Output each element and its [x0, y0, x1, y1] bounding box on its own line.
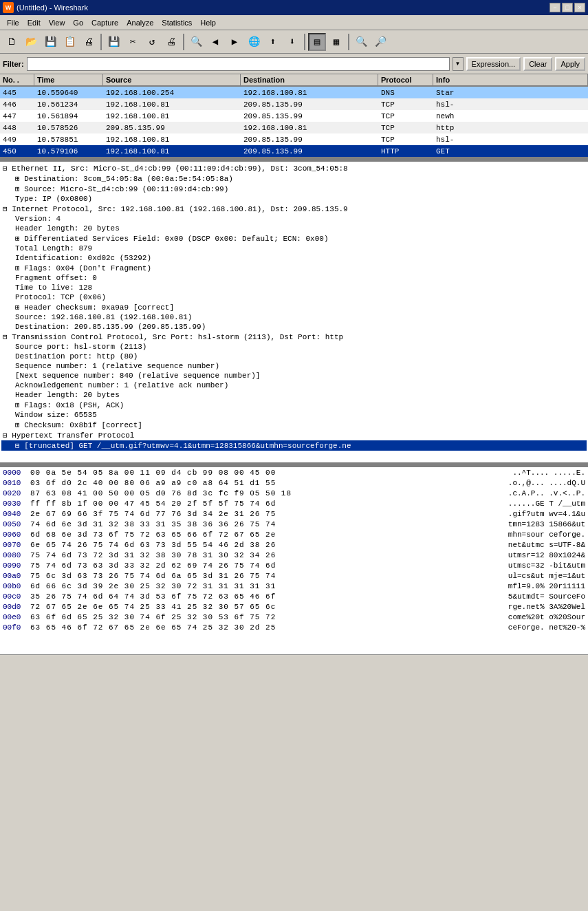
packet-cell-1: 10.578526 — [34, 122, 103, 133]
hex-offset: 00f0 — [3, 623, 30, 632]
detail-line: Time to live: 128 — [1, 283, 587, 292]
header-destination: Destination — [241, 74, 378, 85]
detail-line: Destination port: http (80) — [1, 352, 587, 361]
menu-file[interactable]: File — [3, 17, 23, 28]
detail-line[interactable]: ⊞ Header checksum: 0xa9a9 [correct] — [1, 302, 587, 312]
new-button[interactable]: 🗋 — [3, 33, 21, 51]
minimize-button[interactable]: − — [549, 3, 560, 12]
detail-line[interactable]: ⊞ Flags: 0x18 (PSH, ACK) — [1, 400, 587, 410]
hex-row: 00e063 6f 6d 65 25 32 30 74 6f 25 32 30 … — [0, 612, 588, 622]
detail-line[interactable]: ⊟ Internet Protocol, Src: 192.168.100.81… — [1, 204, 587, 214]
packet-cell-2: 209.85.135.99 — [103, 122, 241, 133]
print-button[interactable]: 🖨 — [80, 33, 98, 51]
hex-bytes: 2e 67 69 66 3f 75 74 6d 77 76 3d 34 2e 3… — [30, 510, 501, 518]
detail-line[interactable]: ⊞ Destination: 3com_54:05:8a (00:0a:5e:5… — [1, 173, 587, 184]
packet-cell-5: newh — [433, 110, 588, 122]
hex-ascii: 5&utmdt= SourceFo — [508, 592, 585, 601]
menu-statistics[interactable]: Statistics — [157, 17, 196, 28]
properties-button[interactable]: 📋 — [61, 33, 78, 51]
view1-button[interactable]: ▤ — [308, 33, 326, 51]
hex-row: 005074 6d 6e 3d 31 32 38 33 31 35 38 36 … — [0, 519, 588, 529]
hex-row: 00c035 26 75 74 6d 64 74 3d 53 6f 75 72 … — [0, 591, 588, 601]
hex-row: 001003 6f d0 2c 40 00 80 06 a9 a9 c0 a8 … — [0, 478, 588, 488]
packet-cell-1: 10.578851 — [34, 133, 103, 145]
detail-line: Header length: 20 bytes — [1, 224, 587, 233]
hex-row: 002087 63 08 41 00 50 00 05 d0 76 8d 3c … — [0, 488, 588, 498]
packet-cell-4: TCP — [378, 110, 433, 122]
detail-line: Version: 4 — [1, 214, 587, 224]
scrollbar-horizontal[interactable] — [0, 654, 588, 664]
detail-line: Sequence number: 1 (relative sequence nu… — [1, 361, 587, 371]
find-button[interactable]: 🔍 — [187, 33, 205, 51]
packet-row[interactable]: 44810.578526209.85.135.99192.168.100.81T… — [0, 122, 588, 133]
packet-cell-3: 209.85.135.99 — [241, 145, 378, 157]
menu-capture[interactable]: Capture — [87, 17, 122, 28]
delete-button[interactable]: ✂ — [124, 33, 142, 51]
save-close-button[interactable]: 💾 — [41, 33, 59, 51]
detail-line[interactable]: ⊞ Differentiated Services Field: 0x00 (D… — [1, 233, 587, 244]
packet-row[interactable]: 45010.579106192.168.100.81209.85.135.99H… — [0, 145, 588, 157]
filter-input[interactable] — [27, 57, 450, 71]
hex-offset: 0020 — [3, 489, 30, 497]
hex-offset: 0090 — [3, 561, 30, 570]
close-button[interactable]: × — [574, 3, 585, 12]
next-button[interactable]: ▶ — [226, 33, 243, 51]
maximize-button[interactable]: □ — [562, 3, 573, 12]
detail-line: Source: 192.168.100.81 (192.168.100.81) — [1, 312, 587, 322]
title-bar-buttons[interactable]: − □ × — [549, 3, 585, 12]
hex-row: 00d072 67 65 2e 6e 65 74 25 33 41 25 32 … — [0, 601, 588, 612]
menu-help[interactable]: Help — [196, 17, 220, 28]
detail-line: Protocol: TCP (0x06) — [1, 292, 587, 302]
detail-line[interactable]: ⊞ Checksum: 0x8b1f [correct] — [1, 420, 587, 430]
up-button[interactable]: ⬆ — [264, 33, 282, 51]
packet-cell-2: 192.168.100.81 — [103, 133, 241, 145]
detail-line[interactable]: ⊟ Transmission Control Protocol, Src Por… — [1, 332, 587, 342]
menu-edit[interactable]: Edit — [23, 17, 45, 28]
view2-button[interactable]: ▦ — [327, 33, 345, 51]
apply-button[interactable]: Apply — [555, 57, 585, 71]
hex-bytes: 63 6f 6d 65 25 32 30 74 6f 25 32 30 53 6… — [30, 613, 501, 621]
menu-view[interactable]: View — [45, 17, 69, 28]
detail-line[interactable]: ⊟ [truncated] GET /__utm.gif?utmwv=4.1&u… — [1, 440, 587, 451]
color-button[interactable]: 🌐 — [245, 33, 263, 51]
expression-button[interactable]: Expression... — [466, 57, 521, 71]
detail-line[interactable]: ⊟ Ethernet II, Src: Micro-St_d4:cb:99 (0… — [1, 163, 587, 173]
header-protocol: Protocol — [378, 74, 433, 85]
detail-line[interactable]: ⊞ Source: Micro-St_d4:cb:99 (00:11:09:d4… — [1, 184, 587, 194]
zoom-out-button[interactable]: 🔎 — [371, 33, 389, 51]
print2-button[interactable]: 🖨 — [162, 33, 180, 51]
hex-offset: 0080 — [3, 551, 30, 559]
menu-analyze[interactable]: Analyze — [122, 17, 157, 28]
packet-cell-2: 192.168.100.254 — [103, 87, 241, 98]
detail-line[interactable]: ⊞ Flags: 0x04 (Don't Fragment) — [1, 263, 587, 273]
hex-ascii: tmn=1283 15866&ut — [508, 520, 585, 528]
hex-bytes: 35 26 75 74 6d 64 74 3d 53 6f 75 72 63 6… — [30, 592, 501, 601]
packet-row[interactable]: 44510.559640192.168.100.254192.168.100.8… — [0, 87, 588, 98]
packet-cell-5: Star — [433, 87, 588, 98]
down-button[interactable]: ⬇ — [283, 33, 301, 51]
hex-offset: 0040 — [3, 510, 30, 518]
reload-button[interactable]: ↺ — [143, 33, 161, 51]
hex-ascii: .gif?utm wv=4.1&u — [508, 510, 585, 518]
packet-cell-0: 449 — [0, 133, 34, 145]
zoom-in-button[interactable]: 🔍 — [352, 33, 370, 51]
hex-ascii: mfl=9.0% 20r11111 — [508, 582, 585, 590]
detail-line: Header length: 20 bytes — [1, 390, 587, 400]
title-bar: W (Untitled) - Wireshark − □ × — [0, 0, 588, 15]
packet-cell-4: TCP — [378, 98, 433, 110]
detail-line[interactable]: ⊟ Hypertext Transfer Protocol — [1, 430, 587, 440]
menu-bar: File Edit View Go Capture Analyze Statis… — [0, 15, 588, 30]
packet-row[interactable]: 44610.561234192.168.100.81209.85.135.99T… — [0, 98, 588, 110]
filter-dropdown-button[interactable]: ▼ — [453, 57, 464, 71]
menu-go[interactable]: Go — [69, 17, 87, 28]
packet-row[interactable]: 44710.561894192.168.100.81209.85.135.99T… — [0, 110, 588, 122]
packet-row[interactable]: 44910.578851192.168.100.81209.85.135.99T… — [0, 133, 588, 145]
open-button[interactable]: 📂 — [22, 33, 40, 51]
hex-ascii: .o.,@... ....dQ.U — [508, 479, 585, 487]
save-button[interactable]: 💾 — [105, 33, 122, 51]
hex-bytes: 75 74 6d 73 63 3d 33 32 2d 62 69 74 26 7… — [30, 561, 501, 570]
prev-button[interactable]: ◀ — [206, 33, 224, 51]
clear-button[interactable]: Clear — [523, 57, 552, 71]
packet-cell-1: 10.561234 — [34, 98, 103, 110]
hex-bytes: 75 6c 3d 63 73 26 75 74 6d 6a 65 3d 31 2… — [30, 572, 501, 580]
